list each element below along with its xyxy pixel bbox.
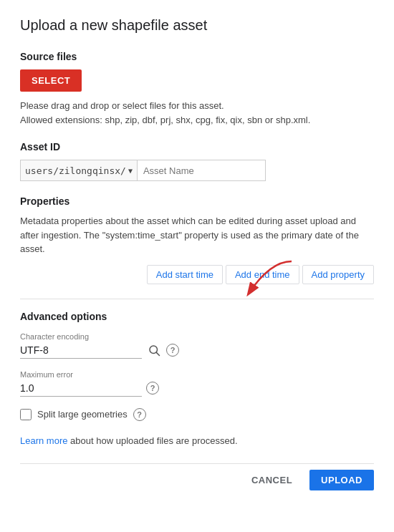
maximum-error-label: Maximum error <box>20 370 374 379</box>
cancel-button[interactable]: CANCEL <box>240 470 304 490</box>
search-icon <box>148 344 160 357</box>
split-geometries-checkbox[interactable] <box>20 409 32 420</box>
section-divider <box>20 299 374 299</box>
asset-name-input[interactable] <box>137 160 266 181</box>
character-encoding-label: Character encoding <box>20 332 374 341</box>
source-files-description: Please drag and drop or select files for… <box>20 99 374 127</box>
upload-button[interactable]: UPLOAD <box>309 470 374 490</box>
select-button[interactable]: SELECT <box>20 69 82 92</box>
chevron-down-icon: ▼ <box>128 167 133 175</box>
properties-title: Properties <box>20 195 374 207</box>
advanced-options-title: Advanced options <box>20 311 374 322</box>
learn-more-link[interactable]: Learn more <box>20 435 67 446</box>
properties-section: Properties Metadata properties about the… <box>20 195 374 284</box>
add-start-time-button[interactable]: Add start time <box>147 265 223 284</box>
maximum-error-row: ? <box>20 380 374 397</box>
source-files-title: Source files <box>20 51 374 62</box>
maximum-error-field: Maximum error ? <box>20 370 374 397</box>
asset-id-row: users/zilongqinsx/ ▼ <box>20 160 374 181</box>
advanced-options-section: Advanced options Character encoding ? Ma… <box>20 311 374 421</box>
footer-buttons: CANCEL UPLOAD <box>20 463 374 490</box>
asset-id-title: Asset ID <box>20 141 374 153</box>
split-geometries-help-icon[interactable]: ? <box>133 408 146 421</box>
character-encoding-help-icon[interactable]: ? <box>166 344 179 357</box>
asset-id-prefix[interactable]: users/zilongqinsx/ ▼ <box>20 160 137 181</box>
properties-description: Metadata properties about the asset whic… <box>20 214 374 256</box>
maximum-error-help-icon[interactable]: ? <box>146 382 159 395</box>
character-encoding-input[interactable] <box>20 342 142 359</box>
page-title: Upload a new shapefile asset <box>20 17 374 34</box>
asset-id-section: Asset ID users/zilongqinsx/ ▼ <box>20 141 374 181</box>
properties-buttons: Add start time Add end time Add property <box>20 265 374 284</box>
add-property-button[interactable]: Add property <box>302 265 374 284</box>
source-files-section: Source files SELECT Please drag and drop… <box>20 51 374 127</box>
learn-more-text: about how uploaded files are processed. <box>67 435 237 446</box>
learn-more-section: Learn more about how uploaded files are … <box>20 435 374 446</box>
maximum-error-input[interactable] <box>20 380 142 397</box>
character-encoding-field: Character encoding ? <box>20 332 374 359</box>
svg-line-2 <box>156 352 159 355</box>
page-container: Upload a new shapefile asset Source file… <box>0 0 394 502</box>
add-end-time-button[interactable]: Add end time <box>226 265 299 284</box>
search-icon-button[interactable] <box>146 342 162 358</box>
split-geometries-row: Split large geometries ? <box>20 408 374 421</box>
split-geometries-label: Split large geometries <box>37 409 128 420</box>
asset-id-prefix-text: users/zilongqinsx/ <box>25 165 126 176</box>
character-encoding-row: ? <box>20 342 374 359</box>
